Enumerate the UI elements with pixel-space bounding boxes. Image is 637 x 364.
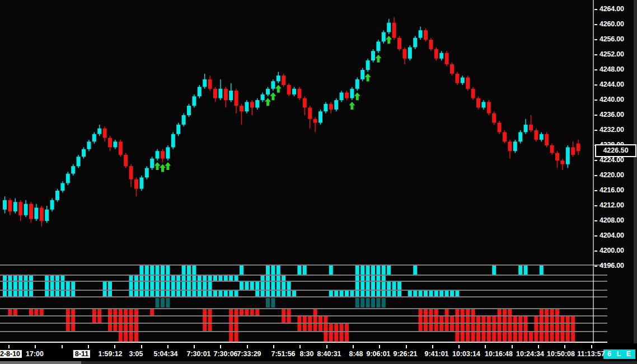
indicator-bar: [166, 291, 170, 296]
indicator-bar: [139, 291, 143, 296]
candle-down-body: [455, 74, 459, 83]
indicator-bar: [8, 276, 12, 281]
candle-down-body: [534, 130, 538, 140]
time-tick-label: 5:04:34: [153, 350, 177, 358]
session-date-label: 2-8-10: [0, 350, 22, 358]
indicator-bar: [303, 324, 307, 331]
price-axis-tick: [594, 100, 597, 101]
indicator-bar: [450, 291, 454, 296]
horizontal-scrollbar[interactable]: [0, 361, 637, 364]
indicator-bar: [461, 332, 465, 342]
indicator-bar: [445, 309, 449, 315]
indicator-bar: [282, 291, 285, 296]
indicator-bar: [208, 324, 212, 331]
indicator-bar: [108, 309, 112, 315]
indicator-bar: [192, 276, 196, 281]
indicator-bar: [550, 324, 554, 331]
indicator-bar: [203, 282, 207, 290]
indicator-bar: [476, 324, 480, 331]
time-tick-label: 17:00: [26, 350, 44, 358]
indicator-bar: [119, 316, 123, 323]
candle-down-body: [134, 179, 138, 189]
indicator-bar: [229, 324, 233, 331]
candle-up-body: [3, 200, 7, 210]
indicator-bar: [297, 266, 301, 275]
indicator-bar: [492, 332, 496, 342]
indicator-bar: [3, 291, 7, 296]
candle-down-body: [392, 23, 396, 38]
indicator-bar: [277, 282, 280, 290]
candle-down-body: [103, 129, 107, 138]
indicator-bar: [224, 276, 228, 281]
indicator-bar: [240, 309, 243, 315]
candle-up-body: [166, 147, 170, 158]
indicator-bar: [439, 316, 443, 323]
indicator-bar: [55, 276, 59, 281]
candle-up-body: [171, 134, 175, 148]
indicator-bar: [145, 276, 149, 281]
candle-up-body: [461, 78, 465, 83]
time-axis[interactable]: 6 L E 2-8-1017:008-111:59:123:055:04:347…: [0, 343, 637, 361]
candle-down-body: [571, 147, 575, 155]
candle-up-body: [50, 200, 54, 210]
indicator-bar: [277, 266, 280, 275]
candle-up-body: [182, 115, 186, 125]
indicator-bar: [303, 316, 307, 323]
indicator-bar: [424, 316, 428, 323]
candle-down-body: [498, 123, 502, 133]
indicator-bar: [455, 291, 459, 296]
time-axis-tick: [512, 345, 513, 348]
indicator-bar: [476, 316, 480, 323]
price-chart[interactable]: [0, 0, 637, 361]
indicator-bar: [50, 276, 54, 281]
indicator-bar: [355, 298, 359, 308]
candle-up-body: [524, 125, 528, 133]
indicator-bar: [45, 276, 49, 281]
indicator-bar: [29, 291, 33, 296]
indicator-bar: [308, 324, 312, 331]
indicator-bar: [139, 266, 143, 275]
candle-down-body: [424, 30, 428, 40]
indicator-bar: [313, 316, 317, 323]
time-tick-label: 7:51:56: [271, 350, 295, 358]
indicator-bar: [445, 324, 449, 331]
indicator-bar: [150, 276, 154, 281]
candle-down-body: [397, 38, 401, 49]
indicator-bar: [134, 324, 138, 331]
indicator-bar: [277, 291, 280, 296]
price-axis[interactable]: 4226.50 4264.004260.004256.004252.004248…: [593, 0, 637, 343]
indicator-bar: [171, 282, 175, 290]
indicator-bar: [271, 276, 275, 281]
time-tick-label: 8:48: [349, 350, 363, 358]
chartbook-tab-badge[interactable]: 6 L E: [603, 349, 635, 359]
indicator-bar: [439, 324, 443, 331]
indicator-bar: [192, 291, 196, 296]
candle-up-body: [292, 89, 296, 94]
indicator-bar: [413, 291, 417, 296]
indicator-bar: [466, 316, 470, 323]
indicator-bar: [55, 282, 59, 290]
indicator-bar: [287, 309, 291, 315]
indicator-bar: [508, 324, 512, 331]
candle-up-body: [66, 174, 70, 183]
horizontal-scrollbar-thumb[interactable]: [0, 361, 81, 364]
candle-down-body: [18, 202, 22, 215]
indicator-bar: [376, 282, 380, 290]
indicator-bar: [382, 266, 386, 275]
session-date-label: 8-11: [73, 350, 90, 358]
indicator-bar: [198, 291, 202, 296]
indicator-bar: [8, 309, 12, 315]
time-tick-label: 10:50:08: [547, 350, 575, 358]
indicator-bar: [382, 298, 386, 308]
indicator-bar: [492, 266, 496, 275]
indicator-bar: [508, 309, 512, 315]
indicator-bar: [376, 298, 380, 308]
candle-up-body: [229, 91, 233, 100]
candle-up-body: [71, 166, 75, 174]
indicator-bar: [255, 282, 259, 290]
indicator-bar: [229, 309, 233, 315]
indicator-bar: [271, 282, 275, 290]
price-tick-label: 4244.00: [599, 81, 624, 88]
indicator-bar: [134, 332, 138, 342]
trading-chart-window: 4226.50 4264.004260.004256.004252.004248…: [0, 0, 637, 364]
